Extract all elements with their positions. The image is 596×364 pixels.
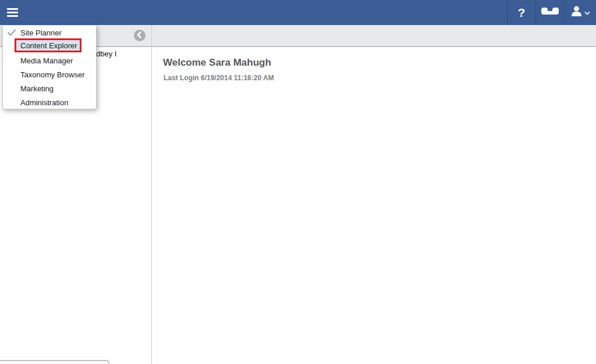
menu-item-marketing[interactable]: Marketing — [3, 81, 96, 95]
phone-handset-icon — [541, 6, 559, 19]
question-mark-icon: ? — [518, 6, 526, 19]
topbar-actions: ? — [507, 0, 596, 25]
app-menu-button[interactable] — [5, 5, 22, 20]
chevron-left-icon — [134, 29, 146, 42]
help-button[interactable]: ? — [507, 0, 535, 25]
top-navigation-bar: ? — [0, 0, 596, 25]
menu-item-label: Media Manager — [20, 56, 73, 65]
last-login-text: Last Login 6/19/2014 11:16:20 AM — [164, 74, 274, 82]
menu-item-content-explorer[interactable]: Content Explorer — [15, 38, 81, 52]
application-window: dbey I Welcome Sara Mahugh Last Login 6/… — [0, 0, 596, 364]
user-icon — [571, 6, 582, 19]
menu-item-media-manager[interactable]: Media Manager — [3, 53, 96, 67]
menu-item-taxonomy-browser[interactable]: Taxonomy Browser — [3, 67, 96, 81]
menu-item-label: Content Explorer — [20, 41, 77, 50]
menu-item-label: Site Planner — [20, 28, 62, 37]
menu-item-administration[interactable]: Administration — [3, 95, 96, 109]
sidebar-tree-node[interactable]: dbey I — [96, 49, 116, 58]
user-account-button[interactable] — [564, 0, 596, 25]
bottom-left-panel — [0, 360, 109, 364]
checkmark-icon — [7, 28, 16, 37]
menu-item-site-planner[interactable]: Site Planner — [3, 26, 96, 40]
support-button[interactable] — [535, 0, 564, 25]
menu-item-label: Taxonomy Browser — [20, 70, 85, 79]
collapse-sidebar-button[interactable] — [134, 30, 146, 41]
chevron-down-icon — [584, 8, 590, 18]
app-switcher-menu: Site Planner Media Manager Taxonomy Brow… — [2, 26, 97, 109]
menu-item-label: Marketing — [20, 84, 54, 93]
menu-item-label: Administration — [20, 98, 68, 107]
sidebar-divider — [151, 25, 152, 364]
welcome-heading: Welcome Sara Mahugh — [163, 57, 271, 69]
